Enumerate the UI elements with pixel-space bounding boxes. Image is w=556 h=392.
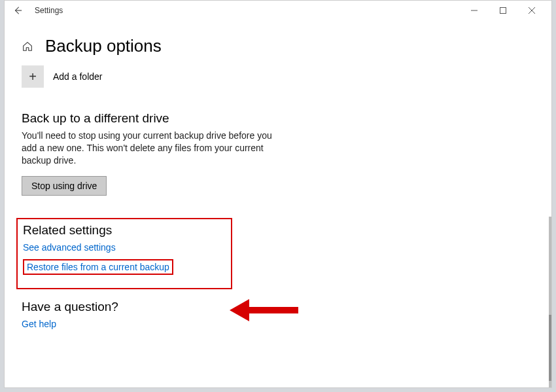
related-settings-heading: Related settings bbox=[23, 223, 226, 238]
add-folder-label: Add a folder bbox=[53, 71, 103, 82]
titlebar-app-name: Settings bbox=[35, 6, 63, 15]
see-advanced-settings-link[interactable]: See advanced settings bbox=[23, 242, 116, 253]
home-icon[interactable] bbox=[22, 41, 33, 52]
close-button[interactable] bbox=[517, 1, 546, 20]
stop-using-drive-button[interactable]: Stop using drive bbox=[22, 176, 107, 196]
page-title: Backup options bbox=[45, 36, 162, 56]
scrollbar[interactable] bbox=[549, 217, 551, 387]
page-header: Backup options bbox=[22, 36, 534, 56]
get-help-link[interactable]: Get help bbox=[22, 319, 56, 329]
arrow-left-icon bbox=[13, 6, 22, 15]
back-button[interactable] bbox=[10, 3, 26, 18]
minimize-button[interactable] bbox=[460, 1, 489, 20]
add-folder-button[interactable]: + Add a folder bbox=[22, 65, 534, 88]
minimize-icon bbox=[471, 7, 478, 14]
maximize-button[interactable] bbox=[489, 1, 517, 20]
backup-drive-description: You'll need to stop using your current b… bbox=[22, 130, 277, 167]
svg-rect-1 bbox=[500, 8, 506, 14]
plus-icon: + bbox=[22, 65, 44, 88]
window-controls bbox=[460, 1, 546, 20]
backup-drive-heading: Back up to a different drive bbox=[22, 111, 534, 126]
close-icon bbox=[529, 7, 535, 14]
maximize-icon bbox=[500, 7, 506, 14]
content-area: Backup options + Add a folder Back up to… bbox=[5, 20, 551, 387]
titlebar: Settings bbox=[5, 1, 551, 20]
settings-window: Settings Backup options + Add a folder B… bbox=[4, 0, 552, 388]
related-settings-highlight: Related settings See advanced settings R… bbox=[16, 218, 232, 289]
restore-files-link[interactable]: Restore files from a current backup bbox=[23, 259, 173, 275]
have-a-question-heading: Have a question? bbox=[22, 300, 534, 314]
